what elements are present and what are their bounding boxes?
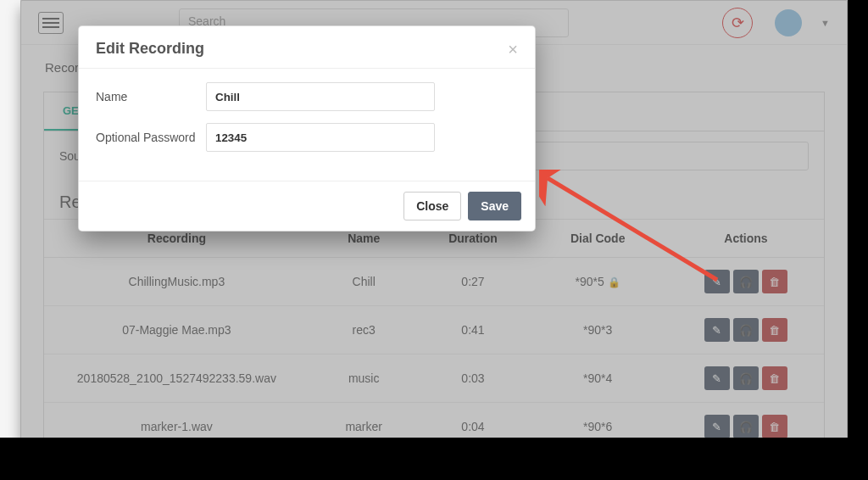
modal-title: Edit Recording (96, 40, 508, 58)
table-row: 20180528_2100_1527492233.59.wav music 0:… (44, 354, 824, 403)
screenshot-border (0, 438, 868, 480)
trash-icon: 🗑 (769, 421, 780, 433)
delete-button[interactable]: 🗑 (762, 318, 787, 342)
password-input[interactable] (206, 123, 435, 152)
listen-button[interactable]: 🎧 (733, 366, 759, 390)
delete-button[interactable]: 🗑 (762, 415, 787, 438)
pencil-icon: ✎ (712, 372, 721, 385)
name-label: Name (96, 90, 206, 103)
screenshot-border (848, 0, 868, 480)
trash-icon: 🗑 (769, 372, 780, 385)
refresh-button[interactable]: ⟳ (722, 8, 753, 38)
cell-name: music (309, 354, 419, 403)
delete-button[interactable]: 🗑 (762, 366, 787, 390)
col-dialcode: Dial Code (527, 220, 668, 258)
close-button[interactable]: Close (403, 192, 461, 220)
cell-recording: ChillingMusic.mp3 (44, 258, 309, 306)
table-row: marker-1.wav marker 0:04 *90*6 ✎ 🎧 🗑 (44, 403, 824, 440)
close-icon[interactable]: × (508, 41, 518, 58)
name-input[interactable] (206, 82, 435, 111)
listen-button[interactable]: 🎧 (733, 270, 759, 293)
headphones-icon: 🎧 (739, 324, 753, 337)
listen-button[interactable]: 🎧 (733, 318, 759, 342)
cell-duration: 0:41 (419, 306, 528, 354)
cell-duration: 0:04 (419, 403, 528, 440)
headphones-icon: 🎧 (739, 372, 753, 385)
trash-icon: 🗑 (769, 324, 780, 337)
cell-dialcode: *90*5🔒 (527, 258, 668, 306)
headphones-icon: 🎧 (739, 421, 753, 433)
delete-button[interactable]: 🗑 (762, 270, 787, 293)
pencil-icon: ✎ (712, 421, 721, 433)
cell-duration: 0:27 (419, 258, 528, 306)
col-actions: Actions (668, 220, 824, 258)
trash-icon: 🗑 (769, 276, 780, 288)
cell-duration: 0:03 (419, 354, 528, 403)
edit-button[interactable]: ✎ (704, 270, 730, 293)
lock-icon: 🔒 (608, 276, 620, 288)
edit-button[interactable]: ✎ (704, 318, 730, 342)
recordings-table: Recording Name Duration Dial Code Action… (44, 219, 824, 439)
cell-name: marker (309, 403, 419, 440)
table-row: ChillingMusic.mp3 Chill 0:27 *90*5🔒 ✎ 🎧 … (44, 258, 824, 306)
headphones-icon: 🎧 (739, 276, 753, 288)
pencil-icon: ✎ (712, 276, 721, 288)
avatar[interactable] (775, 9, 802, 36)
user-menu-caret-icon[interactable]: ▼ (821, 18, 830, 28)
edit-recording-modal: Edit Recording × Name Optional Password … (78, 25, 536, 232)
cell-name: rec3 (309, 306, 419, 354)
cell-dialcode: *90*6 (527, 403, 668, 440)
password-label: Optional Password (96, 131, 206, 144)
cell-dialcode: *90*3 (527, 306, 668, 354)
cell-name: Chill (309, 258, 419, 306)
refresh-icon: ⟳ (732, 14, 744, 32)
table-row: 07-Maggie Mae.mp3 rec3 0:41 *90*3 ✎ 🎧 🗑 (44, 306, 824, 354)
save-button[interactable]: Save (468, 192, 521, 220)
listen-button[interactable]: 🎧 (733, 415, 759, 438)
edit-button[interactable]: ✎ (704, 415, 730, 438)
cell-recording: 07-Maggie Mae.mp3 (44, 306, 309, 354)
cell-recording: marker-1.wav (44, 403, 309, 440)
cell-dialcode: *90*4 (527, 354, 668, 403)
edit-button[interactable]: ✎ (704, 366, 730, 390)
cell-recording: 20180528_2100_1527492233.59.wav (44, 354, 309, 403)
menu-icon[interactable] (38, 12, 64, 34)
pencil-icon: ✎ (712, 324, 721, 337)
